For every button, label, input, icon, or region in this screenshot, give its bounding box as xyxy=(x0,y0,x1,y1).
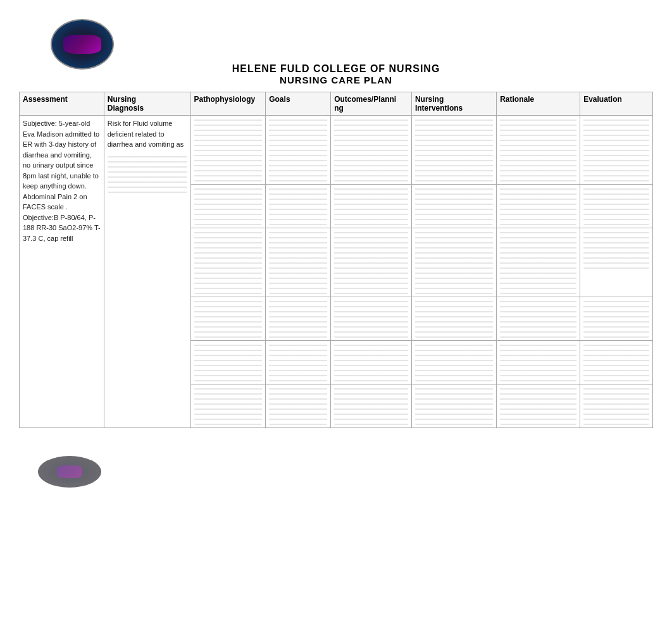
interventions-cell-4 xyxy=(411,297,496,341)
outcomes-cell-6 xyxy=(331,384,412,428)
interventions-blurred-3 xyxy=(415,231,493,294)
rationale-blurred-5 xyxy=(500,343,576,381)
outcomes-cell-2 xyxy=(331,185,412,228)
col-header-assessment: Assessment xyxy=(20,92,104,116)
evaluation-blurred-1 xyxy=(583,118,649,181)
diagnosis-cell: Risk for Fluid volume deficient related … xyxy=(104,116,190,428)
patho-blurred-3 xyxy=(194,231,263,294)
patho-cell-5 xyxy=(190,341,266,384)
rationale-cell-5 xyxy=(497,341,580,384)
diagnosis-content: Risk for Fluid volume deficient related … xyxy=(108,118,187,193)
footer-logo-inner xyxy=(57,465,82,478)
col-header-rationale: Rationale xyxy=(497,92,580,116)
evaluation-blurred-2 xyxy=(583,187,649,225)
evaluation-cell-1 xyxy=(580,116,653,185)
rationale-blurred-4 xyxy=(500,300,576,338)
interventions-blurred-4 xyxy=(415,300,493,338)
outcomes-blurred-2 xyxy=(334,187,408,225)
rationale-cell-4 xyxy=(497,297,580,341)
rationale-cell-3 xyxy=(497,228,580,297)
rationale-cell-6 xyxy=(497,384,580,428)
goals-blurred-2 xyxy=(269,187,327,225)
outcomes-cell-3 xyxy=(331,228,412,297)
patho-blurred-4 xyxy=(194,300,263,338)
col-header-evaluation: Evaluation xyxy=(580,92,653,116)
outcomes-cell-4 xyxy=(331,297,412,341)
interventions-blurred-1 xyxy=(415,118,493,181)
footer-logo-area xyxy=(38,456,101,488)
col-header-diagnosis: NursingDiagnosis xyxy=(104,92,190,116)
goals-cell-3 xyxy=(266,228,331,297)
interventions-blurred-6 xyxy=(415,387,493,425)
assessment-cell: Subjective: 5-year-old Eva Madison admit… xyxy=(20,116,104,428)
goals-cell-1 xyxy=(266,116,331,185)
patho-cell-3 xyxy=(190,228,266,297)
patho-cell-2 xyxy=(190,185,266,228)
logo-inner-shape xyxy=(63,35,101,54)
interventions-blurred-5 xyxy=(415,343,493,381)
goals-cell-4 xyxy=(266,297,331,341)
interventions-cell-3 xyxy=(411,228,496,297)
goals-blurred-5 xyxy=(269,343,327,381)
patho-cell-4 xyxy=(190,297,266,341)
rationale-blurred-2 xyxy=(500,187,576,225)
evaluation-blurred-5 xyxy=(583,343,649,381)
patho-blurred-2 xyxy=(194,187,263,225)
interventions-cell-5 xyxy=(411,341,496,384)
evaluation-cell-5 xyxy=(580,341,653,384)
diagnosis-blurred-extra xyxy=(108,155,187,193)
rationale-blurred-3 xyxy=(500,231,576,294)
col-header-outcomes: Outcomes/Planning xyxy=(331,92,412,116)
nursing-care-plan-table: Assessment NursingDiagnosis Pathophysiol… xyxy=(19,92,653,428)
goals-cell-5 xyxy=(266,341,331,384)
logo-top xyxy=(38,19,127,89)
col-header-goals: Goals xyxy=(266,92,331,116)
patho-cell-1 xyxy=(190,116,266,185)
evaluation-blurred-4 xyxy=(583,300,649,338)
outcomes-blurred-4 xyxy=(334,300,408,338)
outcomes-cell-5 xyxy=(331,341,412,384)
assessment-content: Subjective: 5-year-old Eva Madison admit… xyxy=(23,118,101,243)
outcomes-cell-1 xyxy=(331,116,412,185)
evaluation-cell-3 xyxy=(580,228,653,297)
goals-cell-6 xyxy=(266,384,331,428)
evaluation-blurred-6 xyxy=(583,387,649,425)
evaluation-cell-4 xyxy=(580,297,653,341)
interventions-cell-6 xyxy=(411,384,496,428)
patho-blurred-1 xyxy=(194,118,263,181)
outcomes-blurred-1 xyxy=(334,118,408,181)
interventions-cell-1 xyxy=(411,116,496,185)
goals-blurred-1 xyxy=(269,118,327,181)
rationale-cell-1 xyxy=(497,116,580,185)
rationale-blurred-1 xyxy=(500,118,576,181)
diagnosis-label: Risk for Fluid volume deficient related … xyxy=(108,120,184,148)
goals-cell-2 xyxy=(266,185,331,228)
outcomes-blurred-6 xyxy=(334,387,408,425)
goals-blurred-4 xyxy=(269,300,327,338)
interventions-cell-2 xyxy=(411,185,496,228)
footer-logo xyxy=(38,456,101,488)
patho-blurred-5 xyxy=(194,343,263,381)
logo-circle xyxy=(51,19,114,70)
goals-blurred-6 xyxy=(269,387,327,425)
col-header-interventions: NursingInterventions xyxy=(411,92,496,116)
outcomes-blurred-5 xyxy=(334,343,408,381)
rationale-cell-2 xyxy=(497,185,580,228)
goals-blurred-3 xyxy=(269,231,327,294)
evaluation-blurred-3 xyxy=(583,231,649,269)
interventions-blurred-2 xyxy=(415,187,493,225)
patho-blurred-6 xyxy=(194,387,263,425)
evaluation-cell-6 xyxy=(580,384,653,428)
evaluation-cell-2 xyxy=(580,185,653,228)
outcomes-blurred-3 xyxy=(334,231,408,294)
patho-cell-6 xyxy=(190,384,266,428)
col-header-pathophysiology: Pathophysiology xyxy=(190,92,266,116)
rationale-blurred-6 xyxy=(500,387,576,425)
